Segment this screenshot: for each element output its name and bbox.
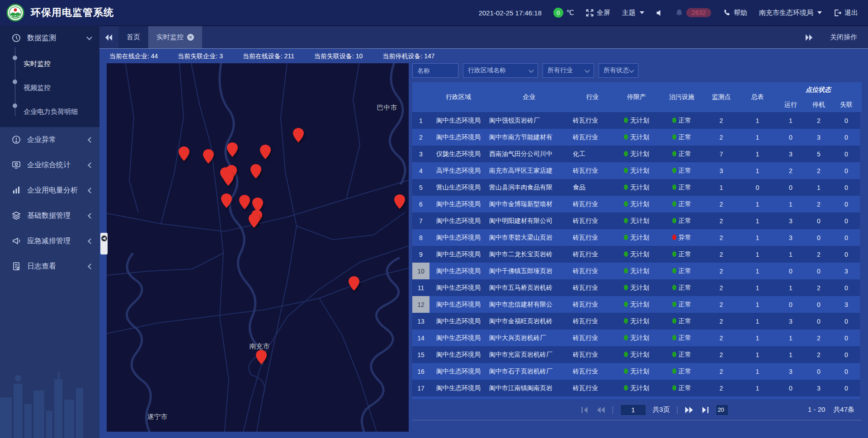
cell-stop-count: 3 — [805, 129, 833, 146]
prev-page-button[interactable] — [596, 406, 605, 414]
cell-region: 高坪生态环境局 — [429, 162, 487, 179]
table-row[interactable]: 5营山生态环境局营山县润丰肉食品有限食品无计划正常10010 — [412, 179, 860, 196]
logout-button[interactable]: 退出 — [834, 9, 858, 17]
first-page-button[interactable] — [581, 406, 590, 414]
table-row[interactable]: 10阆中生态环境局阆中千佛镇五郎垭页岩砖瓦行业无计划正常21003 — [412, 263, 860, 279]
map-panel[interactable]: 巴中市南充市遂宁市 — [107, 63, 409, 432]
table-row[interactable]: 11阆中生态环境局阆中市五马桥页岩机砖砖瓦行业无计划正常21120 — [412, 279, 860, 296]
status-dot-green — [624, 301, 628, 307]
sidebar-collapse-handle[interactable]: ◀ — [100, 233, 108, 254]
table-row[interactable]: 1阆中生态环境局阆中强锐页岩砖厂砖瓦行业无计划正常21120 — [412, 112, 860, 129]
clock-icon — [12, 33, 21, 42]
enterprise-map-pin[interactable] — [221, 193, 232, 208]
table-row[interactable]: 9阆中生态环境局阆中市二龙长宝页岩砖砖瓦行业无计划正常21120 — [412, 246, 860, 263]
sound-toggle[interactable] — [656, 9, 664, 17]
tabs-scroll-left-button[interactable] — [99, 26, 118, 48]
cell-industry: 砖瓦行业 — [571, 196, 614, 212]
last-page-button[interactable] — [700, 406, 709, 414]
status-dot-green — [672, 368, 676, 374]
row-index: 1 — [412, 112, 429, 129]
cell-monitor-count: 7 — [704, 146, 738, 162]
sidebar-subitem-0-1[interactable]: 视频监控 — [0, 75, 99, 99]
row-index: 14 — [412, 330, 429, 346]
name-search-input[interactable] — [412, 63, 458, 78]
table-row[interactable]: 17阆中生态环境局阆中市江南镇阆南页岩砖瓦行业无计划正常21030 — [412, 380, 860, 396]
table-row[interactable]: 4高坪生态环境局南充市高坪区王家店建砖瓦行业无计划正常31220 — [412, 162, 860, 179]
notifications[interactable]: 2632 — [675, 8, 711, 17]
cell-total-meter: 0 — [738, 396, 777, 399]
table-row[interactable]: 16阆中生态环境局阆中市石子页岩机砖厂砖瓦行业无计划正常21300 — [412, 363, 860, 380]
status-dot-green — [672, 134, 676, 140]
status-dot-green — [624, 118, 628, 123]
enterprise-map-pin[interactable] — [179, 146, 189, 161]
table-row[interactable]: 8阆中生态环境局阆中市枣碧大梁山页岩砖瓦行业无计划异常21300 — [412, 229, 860, 246]
stat-item: 当前在线企业: 44 — [109, 52, 158, 61]
table-row[interactable]: 18南部生态环境局南部县砖华山泥有限公建材化工无计划正常60060 — [412, 396, 860, 399]
table-row[interactable]: 6阆中生态环境局阆中市金博瑞新型墙材砖瓦行业无计划正常21120 — [412, 196, 860, 212]
industry-select[interactable]: 所有行业 — [542, 63, 594, 78]
enterprise-map-pin[interactable] — [256, 350, 267, 364]
cell-total-meter: 1 — [738, 196, 777, 212]
sidebar-item-4[interactable]: 基础数据管理 — [0, 203, 99, 228]
enterprise-map-pin[interactable] — [394, 194, 405, 209]
cell-stop-count: 2 — [805, 112, 833, 129]
enterprise-map-pin[interactable] — [249, 213, 259, 228]
enterprise-map-pin[interactable] — [349, 276, 359, 291]
org-menu[interactable]: 南充市生态环境局 — [759, 9, 822, 17]
sidebar-item-1[interactable]: 企业异常 — [0, 127, 99, 152]
stats-bar: 当前在线企业: 44当前失联企业: 3当前在线设备: 211当前失联设备: 10… — [99, 49, 868, 63]
row-index: 7 — [412, 212, 429, 229]
theme-menu[interactable]: 主题 — [622, 9, 644, 17]
cell-facility-status: 正常 — [659, 279, 704, 296]
sidebar-item-3[interactable]: 企业用电量分析 — [0, 178, 99, 203]
table-row[interactable]: 15阆中生态环境局阆中市光富页岩机砖厂砖瓦行业无计划正常21120 — [412, 346, 860, 363]
log-icon — [12, 262, 21, 271]
cell-region: 阆中生态环境局 — [429, 313, 487, 330]
table-row[interactable]: 12阆中生态环境局阆中市忠信建材有限公砖瓦行业无计划正常21003 — [412, 296, 860, 313]
enterprise-map-pin[interactable] — [293, 128, 304, 142]
map-roads — [107, 63, 409, 432]
cell-region: 南部生态环境局 — [429, 396, 487, 399]
enterprise-map-pin[interactable] — [239, 195, 250, 209]
cell-company: 阆中市金博瑞新型墙材 — [487, 196, 571, 212]
collapse-arrow-icon: ◀ — [101, 235, 107, 241]
page-number-input[interactable] — [620, 404, 646, 416]
enterprise-map-pin[interactable] — [250, 164, 261, 179]
table-row[interactable]: 7阆中生态环境局阆中明阳建材有限公司砖瓦行业无计划正常21300 — [412, 212, 860, 229]
status-dot-green — [672, 335, 676, 340]
table-row[interactable]: 14阆中生态环境局阆中大兴页岩机砖厂砖瓦行业无计划正常21120 — [412, 330, 860, 346]
sidebar-item-6[interactable]: 日志查看 — [0, 254, 99, 279]
enterprise-map-pin[interactable] — [203, 149, 214, 164]
status-select[interactable]: 所有状态 — [599, 63, 638, 78]
close-operations-button[interactable]: 关闭操作 — [830, 33, 857, 42]
cell-industry: 砖瓦行业 — [571, 380, 614, 396]
cell-monitor-count: 2 — [704, 263, 738, 279]
row-index: 15 — [412, 346, 429, 363]
table-row[interactable]: 3仪陇生态环境局西南油气田分公司川中化工无计划正常71350 — [412, 146, 860, 162]
next-page-button[interactable] — [684, 406, 693, 414]
table-row[interactable]: 2阆中生态环境局阆中市南方节能建材有砖瓦行业无计划正常21030 — [412, 129, 860, 146]
sidebar-subitem-0-0[interactable]: 实时监控 — [0, 51, 99, 75]
fullscreen-button[interactable]: 全屏 — [586, 9, 610, 17]
status-dot-green — [624, 235, 628, 240]
enterprise-map-pin[interactable] — [227, 142, 238, 157]
enterprise-map-pin[interactable] — [223, 171, 234, 186]
tab-home[interactable]: 首页 — [118, 26, 148, 48]
cell-industry: 砖瓦行业 — [571, 263, 614, 279]
cell-lost-count: 0 — [833, 330, 860, 346]
enterprise-map-pin[interactable] — [260, 145, 271, 159]
top-header: 环保用电监管系统 2021-02-25 17:46:18 0 ℃ 全屏 主题 — [0, 0, 868, 25]
cell-total-meter: 1 — [738, 363, 777, 380]
sidebar-subitem-0-2[interactable]: 企业电力负荷明细 — [0, 99, 99, 122]
cell-run-count: 1 — [777, 196, 805, 212]
tab-realtime-monitor[interactable]: 实时监控 ✕ — [148, 26, 202, 48]
page-size-select[interactable]: 20 — [715, 404, 728, 416]
table-row[interactable]: 13阆中生态环境局阆中市金福旺页岩机砖砖瓦行业无计划正常21300 — [412, 313, 860, 330]
sidebar-item-2[interactable]: 企业综合统计 — [0, 152, 99, 178]
sidebar-item-5[interactable]: 应急减排管理 — [0, 228, 99, 254]
cell-monitor-count: 2 — [704, 346, 738, 363]
tabs-scroll-right-button[interactable] — [799, 34, 818, 41]
help-button[interactable]: 帮助 — [723, 9, 747, 17]
tab-close-icon[interactable]: ✕ — [187, 34, 194, 41]
region-select[interactable]: 行政区域名称 — [463, 63, 538, 78]
